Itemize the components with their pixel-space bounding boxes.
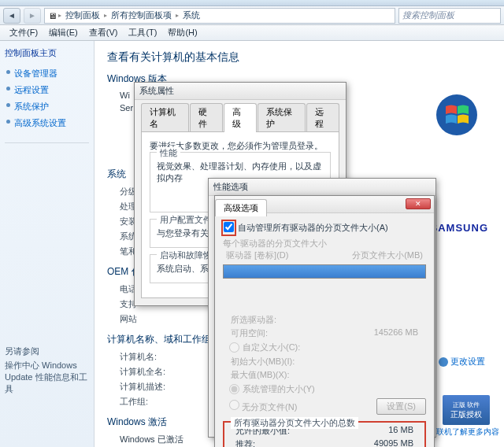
virtual-memory-dialog: 虚拟内存 ✕ 自动管理所有驱动器的分页文件大小(A) 每个驱动器的分页文件大小 … <box>214 195 435 447</box>
page-title: 查看有关计算机的基本信息 <box>107 50 491 65</box>
address-bar: ◄ ► 🖥 ▸ 控制面板 ▸ 所有控制面板项 ▸ 系统 搜索控制面板 <box>0 6 504 25</box>
tab-hardware[interactable]: 硬件 <box>190 103 223 132</box>
crumb-all-items[interactable]: 所有控制面板项 <box>109 9 174 21</box>
genuine-more-link[interactable]: 联机了解更多内容 <box>436 427 499 438</box>
gear-icon <box>439 357 448 367</box>
samsung-logo: SAMSUNG <box>431 222 488 234</box>
see-also-title: 另请参阅 <box>5 343 89 360</box>
sidebar-remote[interactable]: 远程设置 <box>5 82 89 98</box>
tab-advanced[interactable]: 高级 <box>224 103 257 132</box>
sidebar-advanced[interactable]: 高级系统设置 <box>5 115 89 131</box>
drive-list[interactable] <box>223 264 426 279</box>
menu-bar: 文件(F) 编辑(E) 查看(V) 工具(T) 帮助(H) <box>0 25 504 41</box>
totals-group-title: 所有驱动器分页文件大小的总数 <box>231 417 358 429</box>
crumb-system[interactable]: 系统 <box>180 9 202 21</box>
set-button: 设置(S) <box>376 398 426 415</box>
back-button[interactable]: ◄ <box>3 8 20 24</box>
tab-computer-name[interactable]: 计算机名 <box>141 103 189 132</box>
dialog-title[interactable]: 性能选项 <box>209 179 435 196</box>
window-titlebar <box>0 0 504 6</box>
tab-strip: 计算机名 硬件 高级 系统保护 远程 <box>135 100 346 132</box>
auto-manage-label: 自动管理所有驱动器的分页文件大小(A) <box>238 222 388 234</box>
crumb-control-panel[interactable]: 控制面板 <box>63 9 102 21</box>
sidebar: 控制面板主页 设备管理器 远程设置 系统保护 高级系统设置 另请参阅 操作中心 … <box>0 41 94 447</box>
divider <box>5 142 89 143</box>
dialog-title[interactable]: 系统属性 <box>135 83 346 100</box>
menu-file[interactable]: 文件(F) <box>5 26 43 39</box>
sidebar-device-manager[interactable]: 设备管理器 <box>5 65 89 82</box>
forward-button[interactable]: ► <box>24 8 41 24</box>
tab-protection[interactable]: 系统保护 <box>258 103 306 132</box>
menu-help[interactable]: 帮助(H) <box>163 26 202 39</box>
chevron-right-icon: ▸ <box>58 12 61 19</box>
custom-size-radio <box>229 342 239 353</box>
menu-view[interactable]: 查看(V) <box>84 26 123 39</box>
chevron-right-icon: ▸ <box>176 12 179 19</box>
profile-group-title: 用户配置文件 <box>157 214 215 226</box>
tab-advanced-options[interactable]: 高级选项 <box>215 199 267 216</box>
search-input[interactable]: 搜索控制面板 <box>398 8 501 24</box>
system-managed-radio <box>229 384 239 394</box>
change-settings-link[interactable]: 更改设置 <box>439 356 485 368</box>
chevron-right-icon: ▸ <box>104 12 107 19</box>
tab-remote[interactable]: 远程 <box>306 103 339 132</box>
menu-tools[interactable]: 工具(T) <box>124 26 161 39</box>
windows-logo-icon <box>435 93 479 137</box>
auto-manage-checkbox[interactable] <box>224 222 234 232</box>
breadcrumb[interactable]: 🖥 ▸ 控制面板 ▸ 所有控制面板项 ▸ 系统 <box>44 8 395 24</box>
no-paging-radio <box>229 400 239 410</box>
close-button[interactable]: ✕ <box>406 198 431 209</box>
genuine-badge: 正版 软件 正版授权 <box>443 395 490 425</box>
sidebar-protection[interactable]: 系统保护 <box>5 98 89 115</box>
computer-icon: 🖥 <box>48 11 57 20</box>
perf-group-title: 性能 <box>157 147 180 159</box>
each-drive-label: 每个驱动器的分页文件大小 <box>223 238 426 249</box>
sidebar-title: 控制面板主页 <box>5 47 89 59</box>
menu-edit[interactable]: 编辑(E) <box>44 26 83 39</box>
svg-point-0 <box>436 94 477 135</box>
